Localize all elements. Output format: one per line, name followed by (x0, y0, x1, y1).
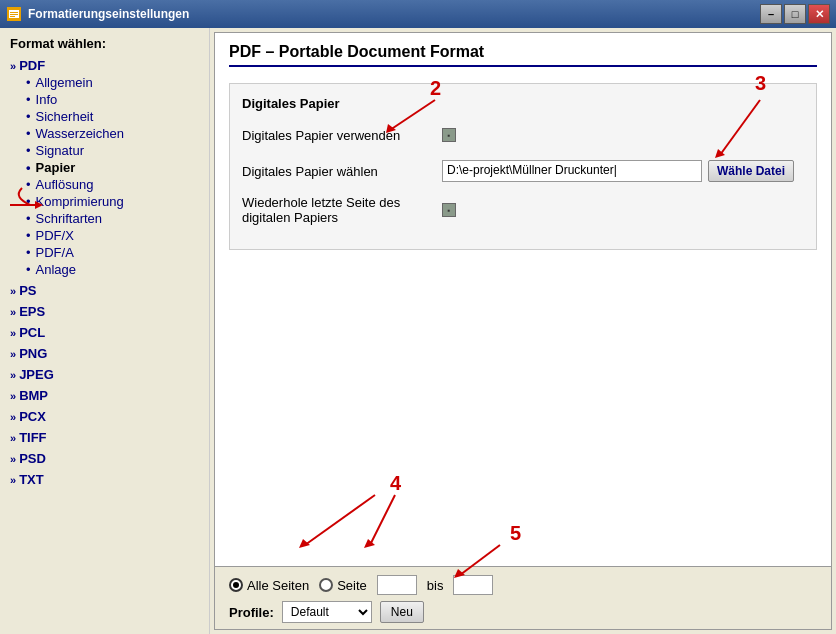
sidebar-pcx-text: PCX (19, 409, 46, 424)
sidebar-item-info[interactable]: Info (26, 91, 199, 108)
sidebar-png-text: PNG (19, 346, 47, 361)
sidebar-pdf-label[interactable]: » PDF (10, 57, 199, 74)
sidebar-aufloesung-label: Auflösung (36, 177, 94, 192)
radio-alle-seiten[interactable]: Alle Seiten (229, 578, 309, 593)
png-arrow-icon: » (10, 348, 16, 360)
maximize-button[interactable]: □ (784, 4, 806, 24)
sidebar-ps-text: PS (19, 283, 36, 298)
sidebar-wasserzeichen-label: Wasserzeichen (36, 126, 124, 141)
page-from-input[interactable] (377, 575, 417, 595)
sidebar-tiff-text: TIFF (19, 430, 46, 445)
jpeg-arrow-icon: » (10, 369, 16, 381)
sidebar-bmp-label[interactable]: » BMP (10, 387, 199, 404)
sidebar-group-jpeg: » JPEG (10, 366, 199, 383)
sidebar-signatur-label: Signatur (36, 143, 84, 158)
sidebar-txt-label[interactable]: » TXT (10, 471, 199, 488)
form-row-wiederhole: Wiederhole letzte Seite des digitalen Pa… (242, 195, 804, 225)
sidebar-item-papier[interactable]: Papier (26, 159, 199, 176)
sidebar-group-psd: » PSD (10, 450, 199, 467)
neu-button[interactable]: Neu (380, 601, 424, 623)
digitales-papier-section: Digitales Papier Digitales Papier verwen… (229, 83, 817, 250)
checkbox-wiederhole[interactable] (442, 203, 456, 217)
bottom-bar: Alle Seiten Seite bis Profile: Default (215, 566, 831, 629)
sidebar-anlage-label: Anlage (36, 262, 76, 277)
sidebar-header: Format wählen: (10, 36, 199, 51)
profile-row: Profile: Default Neu (229, 601, 817, 623)
sidebar-group-bmp: » BMP (10, 387, 199, 404)
main-container: Format wählen: » PDF Allgemein Info Sich… (0, 28, 836, 634)
pcx-arrow-icon: » (10, 411, 16, 423)
sidebar-txt-text: TXT (19, 472, 44, 487)
svg-rect-4 (10, 16, 15, 17)
page-to-input[interactable] (453, 575, 493, 595)
checkbox-verwenden[interactable] (442, 128, 456, 142)
sidebar-item-pdfa[interactable]: PDF/A (26, 244, 199, 261)
sidebar-jpeg-label[interactable]: » JPEG (10, 366, 199, 383)
radio-seite-circle[interactable] (319, 578, 333, 592)
sidebar-item-signatur[interactable]: Signatur (26, 142, 199, 159)
svg-rect-3 (10, 14, 18, 15)
sidebar-komprimierung-label: Komprimierung (36, 194, 124, 209)
sidebar-pdf-subitems: Allgemein Info Sicherheit Wasserzeichen … (10, 74, 199, 278)
sidebar-allgemein-label: Allgemein (36, 75, 93, 90)
sidebar-item-wasserzeichen[interactable]: Wasserzeichen (26, 125, 199, 142)
content-area: PDF – Portable Document Format Digitales… (214, 32, 832, 630)
label-wiederhole: Wiederhole letzte Seite des digitalen Pa… (242, 195, 442, 225)
minimize-button[interactable]: – (760, 4, 782, 24)
control-wiederhole (442, 203, 804, 217)
content-body: Digitales Papier Digitales Papier verwen… (215, 83, 831, 566)
sidebar-item-sicherheit[interactable]: Sicherheit (26, 108, 199, 125)
sidebar-group-pdf: » PDF Allgemein Info Sicherheit Wasserze… (10, 57, 199, 278)
sidebar-pdf-text: PDF (19, 58, 45, 73)
sidebar-papier-label: Papier (36, 160, 76, 175)
pdf-arrow-icon: » (10, 60, 16, 72)
sidebar-jpeg-text: JPEG (19, 367, 54, 382)
form-row-verwenden: Digitales Papier verwenden (242, 123, 804, 147)
ps-arrow-icon: » (10, 285, 16, 297)
control-verwenden (442, 128, 804, 142)
file-path-display: D:\e-projekt\Müllner Druckunter| (442, 160, 702, 182)
sidebar-group-pcl: » PCL (10, 324, 199, 341)
sidebar-eps-text: EPS (19, 304, 45, 319)
title-bar-buttons: – □ ✕ (760, 4, 830, 24)
sidebar-png-label[interactable]: » PNG (10, 345, 199, 362)
radio-seite-label: Seite (337, 578, 367, 593)
title-bar-icon (6, 6, 22, 22)
close-button[interactable]: ✕ (808, 4, 830, 24)
sidebar-ps-label[interactable]: » PS (10, 282, 199, 299)
title-bar: Formatierungseinstellungen – □ ✕ (0, 0, 836, 28)
sidebar-eps-label[interactable]: » EPS (10, 303, 199, 320)
sidebar-item-pdfx[interactable]: PDF/X (26, 227, 199, 244)
profile-select[interactable]: Default (282, 601, 372, 623)
sidebar-psd-label[interactable]: » PSD (10, 450, 199, 467)
sidebar-item-allgemein[interactable]: Allgemein (26, 74, 199, 91)
choose-file-button[interactable]: Wähle Datei (708, 160, 794, 182)
sidebar-group-ps: » PS (10, 282, 199, 299)
section-title: Digitales Papier (242, 96, 804, 111)
psd-arrow-icon: » (10, 453, 16, 465)
profile-label: Profile: (229, 605, 274, 620)
sidebar-item-schriftarten[interactable]: Schriftarten (26, 210, 199, 227)
sidebar-item-komprimierung[interactable]: Komprimierung (26, 193, 199, 210)
sidebar-pcx-label[interactable]: » PCX (10, 408, 199, 425)
pages-row: Alle Seiten Seite bis (229, 575, 817, 595)
pcl-arrow-icon: » (10, 327, 16, 339)
sidebar-pcl-label[interactable]: » PCL (10, 324, 199, 341)
label-verwenden: Digitales Papier verwenden (242, 128, 442, 143)
radio-seite[interactable]: Seite (319, 578, 367, 593)
svg-rect-2 (10, 12, 18, 13)
content-header: PDF – Portable Document Format (215, 33, 831, 83)
radio-alle-circle[interactable] (229, 578, 243, 592)
sidebar-group-pcx: » PCX (10, 408, 199, 425)
label-waehlen: Digitales Papier wählen (242, 164, 442, 179)
sidebar-group-eps: » EPS (10, 303, 199, 320)
sidebar-group-txt: » TXT (10, 471, 199, 488)
sidebar-group-png: » PNG (10, 345, 199, 362)
sidebar-schriftarten-label: Schriftarten (36, 211, 102, 226)
txt-arrow-icon: » (10, 474, 16, 486)
sidebar-group-tiff: » TIFF (10, 429, 199, 446)
sidebar-psd-text: PSD (19, 451, 46, 466)
sidebar-item-aufloesung[interactable]: Auflösung (26, 176, 199, 193)
sidebar-tiff-label[interactable]: » TIFF (10, 429, 199, 446)
sidebar-item-anlage[interactable]: Anlage (26, 261, 199, 278)
